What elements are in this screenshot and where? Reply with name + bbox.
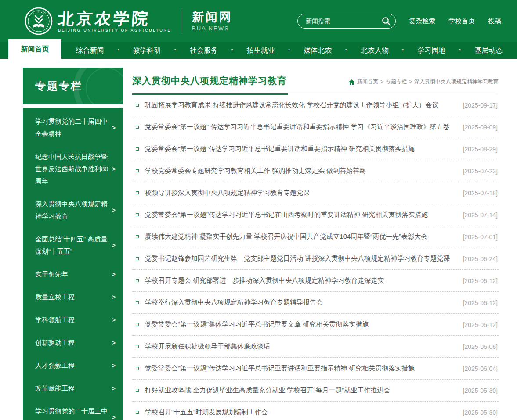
news-item-date: [2025-07-01] [454,233,498,241]
news-item-date: [2025-06-12] [454,299,498,306]
square-bullet-icon [136,169,139,172]
news-item[interactable]: 党委常委会“第一议题” 传达学习习近平总书记重要讲话和重要指示精神 学习《习近平… [132,116,499,138]
breadcrumb-item[interactable]: 深入贯彻中央八项规定精神学习教育 [414,78,499,86]
news-item-date: [2025-06-06] [454,343,498,350]
site-name-cn: 新闻网 [192,11,233,24]
news-item-title: 党委常委会“第一议题” 传达学习习近平总书记重要讲话和重要指示精神 学习《习近平… [145,123,449,131]
news-item-title: 党委常委会“第一议题”集体学习习近平总书记重要文章 研究相关贯彻落实措施 [145,320,369,329]
main-nav: 新闻首页 综合新闻 教学科研 社会服务 招生就业 媒体北农 北农人物 学习园地 … [0,42,517,59]
sidebar-topic[interactable]: 学习贯彻党的二十届三中全会精神 [23,400,123,420]
header-link[interactable]: 复杂检索 [409,17,435,25]
news-item-title: 赓续伟大建党精神 凝聚实干创先力量 学校召开庆祝中国共产党成立104周年暨“两优… [145,233,427,241]
nav-tab[interactable]: 综合新闻 [61,42,119,59]
news-item[interactable]: 赓续伟大建党精神 凝聚实干创先力量 学校召开庆祝中国共产党成立104周年暨“两优… [132,226,499,248]
nav-tab[interactable]: 北农人物 [346,42,403,59]
sidebar-topic-label: 改革赋能工程 [35,382,108,395]
sidebar-topic[interactable]: 实干创先年 [23,263,123,286]
sidebar-topic-label: 深入贯彻中央八项规定精神学习教育 [35,198,108,223]
header-link[interactable]: 学校首页 [448,17,475,25]
sidebar-topic[interactable]: 人才强教工程 [23,354,123,377]
search-icon[interactable] [381,16,391,26]
nav-tab[interactable]: 社会服务 [175,42,232,59]
news-item[interactable]: 党委常委会“第一议题”集体学习习近平总书记重要文章 研究相关贯彻落实措施 [20… [132,314,499,336]
sidebar-topic-label: 创新驱动工程 [35,337,108,349]
nav-tab[interactable]: 学习园地 [403,42,460,59]
news-item[interactable]: 学校召开“十五五”时期发展规划编制工作会 [2025-05-30] [132,402,499,420]
sidebar-topic-label: 学习贯彻党的二十届三中全会精神 [35,405,108,420]
sidebar-topic[interactable]: 改革赋能工程 [23,377,123,400]
sidebar-topic[interactable]: 学习贯彻党的二十届四中全会精神 [23,110,123,145]
news-item[interactable]: 学校召开专题会 研究部署进一步推动深入贯彻中央八项规定精神学习教育走深走实 [2… [132,270,499,292]
news-item-date: [2025-06-12] [454,277,498,284]
square-bullet-icon [136,213,139,216]
news-item[interactable]: 党委常委会“第一议题”传达学习习近平总书记重要讲话和重要指示精神 研究相关贯彻落… [132,138,499,160]
chevron-right-icon [112,165,116,172]
nav-items: 综合新闻 教学科研 社会服务 招生就业 媒体北农 北农人物 学习园地 基层动态 [61,42,517,59]
chevron-right-icon [112,414,116,420]
site-logo[interactable]: 北京农学院 BEIJING UNIVERSITY OF AGRICULTURE … [25,7,233,35]
nav-tab[interactable]: 基层动态 [460,42,517,59]
page-title: 深入贯彻中央八项规定精神学习教育 [132,75,287,87]
breadcrumb-items: 新闻首页 专题专栏 深入贯彻中央八项规定精神学习教育 [357,78,499,86]
news-item-title: 党委书记赵锋参加园艺研究生第一党支部主题党日活动 讲授深入贯彻中央八项规定精神学… [145,255,450,263]
square-bullet-icon [136,411,139,414]
sidebar-topic-label: 纪念中国人民抗日战争暨世界反法西斯战争胜利80周年 [35,151,108,187]
sidebar-topic[interactable]: 全面总结“十四五” 高质量谋划“十五五” [23,228,123,263]
sidebar-topic-label: 质量立校工程 [35,291,108,303]
news-item-title: 党委常委会“第一议题”传达学习习近平总书记在山西考察时的重要讲话精神 研究相关贯… [145,211,428,219]
news-item-title: 校领导讲授深入贯彻中央八项规定精神学习教育专题党课 [145,189,310,197]
nav-tab[interactable]: 教学科研 [119,42,176,59]
news-item-title: 学校开展新任职处级领导干部集体廉政谈话 [145,342,270,351]
site-header: 北京农学院 BEIJING UNIVERSITY OF AGRICULTURE … [0,0,517,42]
news-item-title: 学校召开“十五五”时期发展规划编制工作会 [145,408,268,416]
nav-tab[interactable]: 媒体北农 [289,42,347,59]
news-list: 巩固拓展学习教育成果 持续推进作风建设常态化长效化 学校召开党的建设工作领导小组… [132,94,499,420]
sidebar-topic[interactable]: 质量立校工程 [23,286,123,309]
sidebar-topic-label: 人才强教工程 [35,359,108,372]
home-icon[interactable] [349,79,354,85]
news-item-date: [2025-07-23] [454,168,498,175]
site-name-en: BUA NEWS [192,25,233,32]
square-bullet-icon [136,126,139,129]
news-item[interactable]: 巩固拓展学习教育成果 持续推进作风建设常态化长效化 学校召开党的建设工作领导小组… [132,94,499,116]
nav-tab[interactable]: 招生就业 [232,42,289,59]
sidebar-topic-label: 全面总结“十四五” 高质量谋划“十五五” [35,233,108,258]
sidebar-topic[interactable]: 纪念中国人民抗日战争暨世界反法西斯战争胜利80周年 [23,145,123,193]
news-item-date: [2025-09-17] [454,102,498,109]
news-item[interactable]: 打好就业攻坚战 全力促进毕业生高质量充分就业 学校召开“每月一题”就业工作推进会… [132,380,499,402]
breadcrumb: 新闻首页 专题专栏 深入贯彻中央八项规定精神学习教育 [349,78,499,87]
square-bullet-icon [136,235,139,238]
topics-sidebar: 专题专栏 学习贯彻党的二十届四中全会精神 纪念中国人民抗日战争暨世界反法西斯战争… [23,68,123,420]
news-item-date: [2025-06-12] [454,321,498,328]
square-bullet-icon [136,279,139,282]
square-bullet-icon [136,301,139,304]
news-item-title: 学校举行深入贯彻中央八项规定精神学习教育专题辅导报告会 [145,298,323,307]
search-input[interactable] [305,17,381,25]
university-name-en: BEIJING UNIVERSITY OF AGRICULTURE [58,28,171,32]
news-item[interactable]: 党委常委会“第一议题”传达学习习近平总书记在山西考察时的重要讲话精神 研究相关贯… [132,204,499,226]
news-item[interactable]: 学校党委常委会专题研究学习教育相关工作 强调推动走深走实 做到善始善终 [202… [132,160,499,182]
news-item[interactable]: 学校开展新任职处级领导干部集体廉政谈话 [2025-06-06] [132,336,499,358]
square-bullet-icon [136,147,139,151]
news-item[interactable]: 党委常委会“第一议题”传达学习习近平总书记重要讲话和重要指示精神 研究相关贯彻落… [132,358,499,380]
news-search-box[interactable] [297,14,396,29]
nav-tab-news-home[interactable]: 新闻首页 [8,39,61,59]
chevron-right-icon [112,271,116,278]
news-item-date: [2025-07-18] [454,190,498,197]
sidebar-topic-label: 学科领航工程 [35,314,108,326]
sidebar-topic-label: 学习贯彻党的二十届四中全会精神 [35,115,108,140]
chevron-right-icon [112,385,116,392]
chevron-right-icon [112,207,116,214]
sidebar-topic[interactable]: 学科领航工程 [23,309,123,331]
news-item-date: [2025-06-04] [454,365,498,372]
breadcrumb-item[interactable]: 新闻首页 [357,78,386,86]
news-item[interactable]: 学校举行深入贯彻中央八项规定精神学习教育专题辅导报告会 [2025-06-12] [132,292,499,314]
news-item-date: [2025-06-24] [454,255,498,262]
news-item[interactable]: 校领导讲授深入贯彻中央八项规定精神学习教育专题党课 [2025-07-18] [132,182,499,204]
breadcrumb-item[interactable]: 专题专栏 [386,78,414,86]
sidebar-topic[interactable]: 深入贯彻中央八项规定精神学习教育 [23,193,123,228]
news-item[interactable]: 党委书记赵锋参加园艺研究生第一党支部主题党日活动 讲授深入贯彻中央八项规定精神学… [132,248,499,270]
header-link[interactable]: 投稿 [488,17,501,25]
square-bullet-icon [136,367,139,370]
sidebar-topic[interactable]: 创新驱动工程 [23,331,123,354]
